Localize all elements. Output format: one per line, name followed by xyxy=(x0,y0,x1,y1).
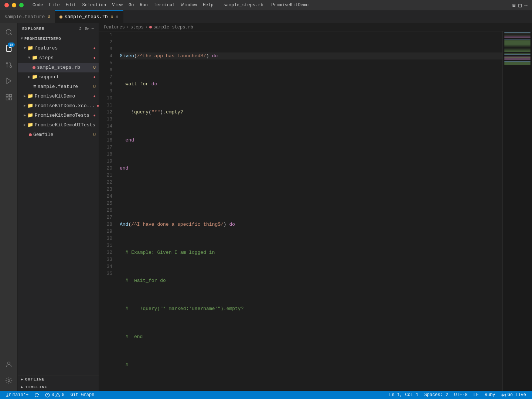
breadcrumb-sep: › xyxy=(145,25,148,30)
folder-icon: 📁 xyxy=(27,112,33,120)
minimap-line xyxy=(504,47,531,47)
line-num-1: 1 xyxy=(99,31,112,38)
sidebar-item-label: PromiseKitDemo.xco... xyxy=(35,102,95,110)
file-dot-icon xyxy=(59,16,62,18)
explorer-icon[interactable]: 18 xyxy=(1,41,16,56)
search-icon[interactable] xyxy=(1,25,16,40)
code-content[interactable]: Given(/^the app has launched$/) do wait_… xyxy=(117,31,502,391)
line-num-11: 11 xyxy=(99,102,112,109)
modified-badge: U xyxy=(93,131,96,139)
source-control-icon[interactable] xyxy=(1,57,16,72)
menu-selection[interactable]: Selection xyxy=(82,3,106,8)
modified-badge: U xyxy=(93,83,96,91)
sidebar-item-promisekitdemouitests[interactable]: ▶ 📁 PromiseKitDemoUITests xyxy=(18,120,99,130)
broadcast-icon xyxy=(501,393,506,398)
minimap-line xyxy=(504,63,531,64)
modified-dot: ● xyxy=(93,92,96,100)
sync-icon-item[interactable] xyxy=(31,393,42,398)
sidebar-item-promisekitdemo-xco[interactable]: ▶ 📁 PromiseKitDemo.xco... ● xyxy=(18,101,99,111)
layout-icon[interactable]: ⊞ xyxy=(512,2,515,8)
sidebar-root[interactable]: ▼ PROMISEKITDEMO xyxy=(18,34,99,44)
code-line-9: # wait_for do xyxy=(120,277,502,284)
chevron-right-icon: ▶ xyxy=(28,73,30,81)
menu-edit[interactable]: Edit xyxy=(66,3,76,8)
menu-run[interactable]: Run xyxy=(140,3,148,8)
warning-icon xyxy=(55,393,60,398)
breadcrumb-file[interactable]: sample_steps.rb xyxy=(153,25,193,30)
menu-window[interactable]: Window xyxy=(181,3,197,8)
menu-code[interactable]: Code xyxy=(33,3,43,8)
svg-line-1 xyxy=(10,34,11,35)
maximize-button[interactable] xyxy=(19,3,24,7)
sidebar-item-steps[interactable]: ▼ 📁 steps ● xyxy=(18,53,99,63)
outline-header[interactable]: ▶ OUTLINE xyxy=(18,375,99,383)
errors-item[interactable]: 0 0 xyxy=(42,392,67,398)
menu-help[interactable]: Help xyxy=(203,3,214,8)
language-item[interactable]: Ruby xyxy=(482,392,498,398)
chevron-right-icon: ▶ xyxy=(24,112,26,120)
svg-point-14 xyxy=(7,396,8,397)
breadcrumb: features › steps › sample_steps.rb xyxy=(99,23,532,31)
tab-sample-steps[interactable]: sample_steps.rb U × xyxy=(55,10,123,23)
go-live-item[interactable]: Go Live xyxy=(498,392,529,398)
line-num-9: 9 xyxy=(99,88,112,95)
line-num-14: 14 xyxy=(99,123,112,130)
code-line-8: # Example: Given I am logged in xyxy=(120,249,502,256)
sidebar-item-gemfile[interactable]: Gemfile U xyxy=(18,130,99,140)
new-file-icon[interactable]: 🗋 xyxy=(78,26,82,31)
file-dot-icon xyxy=(33,66,35,69)
sidebar-item-features[interactable]: ▼ 📁 features ● xyxy=(18,44,99,53)
close-button[interactable] xyxy=(4,3,9,7)
sidebar-item-sample-feature[interactable]: ≡ sample.feature U xyxy=(18,82,99,92)
menu-file[interactable]: File xyxy=(49,3,60,8)
activity-bar-bottom xyxy=(1,357,16,391)
menu-view[interactable]: View xyxy=(112,3,123,8)
editor[interactable]: 1 2 3 4 5 6 7 8 9 10 11 12 13 14 15 16 1 xyxy=(99,31,532,391)
minimize-button[interactable] xyxy=(12,3,16,7)
tab-close-button[interactable]: × xyxy=(115,14,118,20)
chevron-right-icon: ▶ xyxy=(24,121,26,129)
git-branch-item[interactable]: main*+ xyxy=(3,392,31,398)
file-icon: ≡ xyxy=(33,83,36,91)
minimap-line xyxy=(504,36,531,37)
account-icon[interactable] xyxy=(1,357,16,372)
sidebar-item-support[interactable]: ▶ 📁 support ● xyxy=(18,72,99,82)
eol-item[interactable]: LF xyxy=(470,392,481,398)
line-num-2: 2 xyxy=(99,38,112,45)
modified-dot: ● xyxy=(93,44,96,52)
encoding-item[interactable]: UTF-8 xyxy=(451,392,470,398)
sidebar-item-sample-steps[interactable]: sample_steps.rb U xyxy=(18,63,99,72)
minimap-line xyxy=(504,59,531,60)
line-col-item[interactable]: Ln 1, Col 1 xyxy=(386,392,421,398)
eol-label: LF xyxy=(473,392,478,398)
more-icon[interactable]: ⋯ xyxy=(525,2,528,8)
chevron-down-icon: ▼ xyxy=(21,35,23,43)
minimap-line xyxy=(504,43,531,44)
tab-sample-feature[interactable]: sample.feature U xyxy=(0,10,55,23)
minimap-line xyxy=(504,64,531,65)
sidebar-item-promisekitdemo[interactable]: ▶ 📁 PromiseKitDemo ● xyxy=(18,92,99,101)
notification-badge: 18 xyxy=(8,42,14,47)
menu-go[interactable]: Go xyxy=(129,3,134,8)
svg-rect-7 xyxy=(9,95,11,97)
timeline-header[interactable]: ▶ TIMELINE xyxy=(18,383,99,391)
statusbar: main*+ 0 0 Git Graph xyxy=(0,391,532,399)
line-num-26: 26 xyxy=(99,207,112,214)
split-icon[interactable]: ◫ xyxy=(518,2,521,8)
extensions-icon[interactable] xyxy=(1,90,16,105)
run-icon[interactable] xyxy=(1,74,16,88)
git-graph-item[interactable]: Git Graph xyxy=(68,392,98,398)
minimap-line xyxy=(504,60,531,61)
titlebar: Code File Edit Selection View Go Run Ter… xyxy=(0,0,532,10)
spaces-item[interactable]: Spaces: 2 xyxy=(422,392,451,398)
svg-point-13 xyxy=(9,393,11,395)
breadcrumb-steps[interactable]: steps xyxy=(130,25,144,30)
sidebar-item-label: Gemfile xyxy=(33,131,54,139)
more-actions-icon[interactable]: ⋯ xyxy=(91,26,94,31)
breadcrumb-features[interactable]: features xyxy=(103,25,125,30)
settings-icon[interactable] xyxy=(1,373,16,388)
line-num-33: 33 xyxy=(99,256,112,263)
new-folder-icon[interactable]: 🗁 xyxy=(85,26,89,31)
menu-terminal[interactable]: Terminal xyxy=(154,3,175,8)
sidebar-item-promisekitdemotests[interactable]: ▶ 📁 PromiseKitDemoTests ● xyxy=(18,111,99,120)
